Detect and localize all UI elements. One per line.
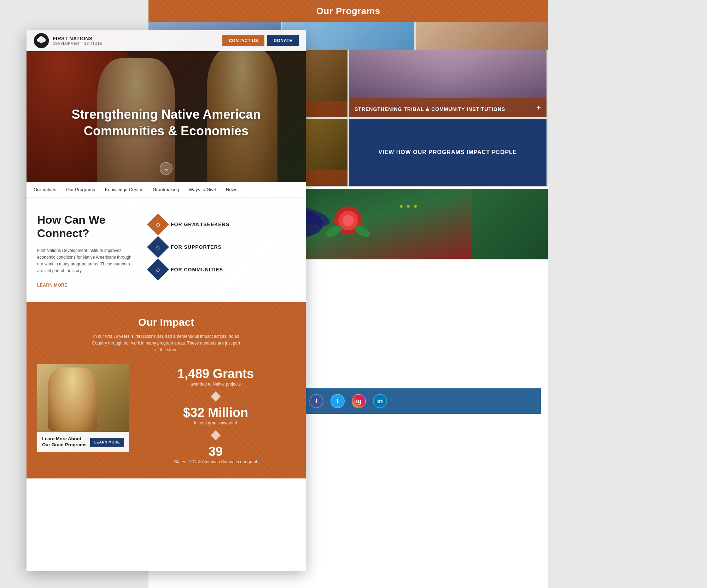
hero-text-area: Strengthening Native American Communitie… [60, 106, 272, 140]
impact-photo-card-text: Learn More About Our Grant Programs [42, 436, 90, 448]
supporters-icon: ◇ [156, 244, 160, 251]
programs-section-header: Our Programs [148, 0, 548, 22]
communities-diamond: ◇ [147, 259, 169, 281]
program-card-impact[interactable]: VIEW HOW OUR PROGRAMS IMPACT PEOPLE [349, 119, 547, 186]
impact-grants-label: awarded to Native projects [136, 382, 295, 387]
impact-photo-card: Learn More About Our Grant Programs LEAR… [37, 432, 129, 452]
logo-name: First Nations [53, 36, 102, 42]
nav-our-values[interactable]: Our Values [34, 186, 56, 194]
nav-our-programs[interactable]: Our Programs [66, 186, 95, 194]
connect-left: How Can We Connect? First Nations Develo… [37, 213, 136, 288]
svg-point-15 [407, 205, 410, 208]
connect-communities[interactable]: ◇ FOR COMMUNITIES [150, 262, 295, 277]
site-header: First Nations Development Institute CONT… [27, 30, 306, 51]
hero-section: First Nations Development Institute CONT… [27, 30, 306, 182]
supporters-label: FOR SUPPORTERS [171, 244, 222, 250]
connect-learn-more[interactable]: LEARN MORE [37, 283, 68, 288]
hero-scroll-button[interactable]: ⌄ [160, 162, 173, 175]
programs-title: Our Programs [316, 6, 380, 17]
svg-point-18 [40, 37, 42, 40]
nav-grantmaking[interactable]: Grantmaking [153, 186, 179, 194]
communities-label: FOR COMMUNITIES [171, 267, 223, 272]
svg-point-16 [414, 205, 417, 208]
navigation-bar: Our Values Our Programs Knowledge Center… [27, 182, 306, 198]
donate-button[interactable]: DONATE [267, 35, 299, 46]
page-wrapper: Our Programs HOUSEHOLD & ASSET-BUILDING … [0, 0, 707, 588]
impact-states-label: States, D.C. & American Samoa in our gra… [136, 459, 295, 464]
instagram-button[interactable]: ig [352, 394, 366, 408]
impact-million-label: in total grants awarded [136, 421, 295, 425]
impact-photo: Learn More About Our Grant Programs LEAR… [37, 364, 129, 452]
impact-learn-more-button[interactable]: LEARN MORE [90, 438, 124, 447]
impact-stat-grants: 1,489 Grants awarded to Native projects [136, 368, 295, 387]
facebook-button[interactable]: f [309, 394, 323, 408]
svg-point-6 [343, 215, 354, 226]
impact-diamond-divider-2 [211, 430, 221, 440]
chevron-down-icon: ⌄ [164, 165, 169, 172]
twitter-button[interactable]: t [331, 394, 345, 408]
contact-button[interactable]: CONTACT US [222, 35, 264, 46]
supporters-diamond: ◇ [147, 236, 169, 258]
impact-stat-million: $32 Million in total grants awarded [136, 406, 295, 425]
grantseekers-label: FOR GRANTSEEKERS [171, 222, 229, 227]
impact-content: Learn More About Our Grant Programs LEAR… [37, 364, 295, 464]
grantseekers-diamond: ◇ [147, 213, 169, 235]
front-panel: First Nations Development Institute CONT… [27, 30, 306, 571]
linkedin-button[interactable]: in [373, 394, 387, 408]
logo-text: First Nations Development Institute [53, 36, 102, 46]
impact-section: Our Impact In our first 38 years, First … [27, 302, 306, 479]
logo-area: First Nations Development Institute [34, 33, 102, 48]
impact-grants-number: 1,489 Grants [136, 368, 295, 380]
program-card-tribal-title: STRENGTHENING TRIBAL & COMMUNITY INSTITU… [355, 106, 505, 112]
logo-subname: Development Institute [53, 42, 102, 46]
connect-description: First Nations Development Institute impr… [37, 247, 136, 275]
nav-news[interactable]: News [226, 186, 238, 194]
impact-title: Our Impact [37, 316, 295, 328]
hero-overlay [27, 30, 306, 182]
program-card-tribal-overlay: STRENGTHENING TRIBAL & COMMUNITY INSTITU… [349, 98, 547, 117]
hero-title: Strengthening Native American Communitie… [60, 106, 272, 140]
svg-point-14 [400, 205, 403, 208]
impact-stat-states: 39 States, D.C. & American Samoa in our … [136, 445, 295, 464]
nav-knowledge-center[interactable]: Knowledge Center [105, 186, 143, 194]
program-card-plus: + [536, 103, 541, 112]
connect-section: How Can We Connect? First Nations Develo… [27, 198, 306, 302]
connect-title: How Can We Connect? [37, 213, 136, 240]
impact-million-number: $32 Million [136, 406, 295, 419]
impact-states-number: 39 [136, 445, 295, 458]
program-top-card-3[interactable] [416, 22, 548, 50]
communities-icon: ◇ [156, 266, 160, 273]
impact-stats: 1,489 Grants awarded to Native projects … [136, 364, 295, 464]
nav-ways-to-give[interactable]: Ways to Give [189, 186, 216, 194]
program-card-tribal[interactable]: STRENGTHENING TRIBAL & COMMUNITY INSTITU… [349, 50, 547, 117]
logo-icon [34, 33, 49, 48]
program-card-impact-text: VIEW HOW OUR PROGRAMS IMPACT PEOPLE [373, 143, 522, 162]
impact-diamond-divider-1 [211, 392, 221, 401]
connect-right: ◇ FOR GRANTSEEKERS ◇ FOR SUPPORTERS ◇ [150, 213, 295, 288]
connect-grantseekers[interactable]: ◇ FOR GRANTSEEKERS [150, 217, 295, 232]
grantseekers-icon: ◇ [156, 221, 160, 228]
impact-description: In our first 38 years, First Nations has… [92, 333, 240, 354]
connect-supporters[interactable]: ◇ FOR SUPPORTERS [150, 239, 295, 255]
